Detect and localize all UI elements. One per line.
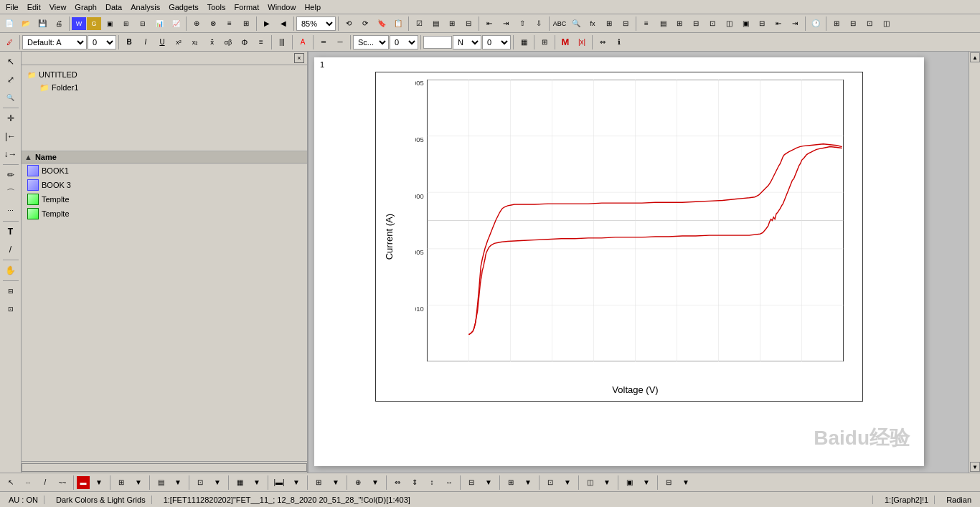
tool39[interactable]: ⇤ <box>771 16 786 32</box>
tool43[interactable]: ⊟ <box>845 16 861 32</box>
bt-tool34[interactable]: ▼ <box>639 475 654 491</box>
menu-analysis[interactable]: Analysis <box>126 1 164 13</box>
tool15[interactable]: ⟳ <box>357 16 373 32</box>
adjust-btn[interactable]: ⇔ <box>595 34 611 50</box>
tool22[interactable]: ⇤ <box>481 16 497 32</box>
zoom-in-tool[interactable]: 🔍 <box>2 89 19 106</box>
bold-btn[interactable]: B <box>121 34 137 50</box>
menu-window[interactable]: Window <box>263 1 300 13</box>
dots-tool[interactable]: ⋯ <box>2 202 19 219</box>
vline-tool[interactable]: |← <box>2 128 19 145</box>
tool29[interactable]: ⊞ <box>601 16 617 32</box>
info-btn[interactable]: ℹ <box>611 34 627 50</box>
tool37[interactable]: ▣ <box>738 16 753 32</box>
bt-tool18[interactable]: ▼ <box>328 475 344 491</box>
subscript-btn[interactable]: x₂ <box>187 34 203 50</box>
new-worksheet-btn[interactable]: W <box>72 17 86 30</box>
bt-tool33[interactable]: ▣ <box>621 475 637 491</box>
file-template2[interactable]: Templte <box>22 207 307 221</box>
bt-tool4[interactable]: ~~ <box>55 475 70 491</box>
special-btn[interactable]: Φ <box>237 34 253 50</box>
arrow-tool[interactable]: ↖ <box>2 53 19 70</box>
tool16[interactable]: 🔖 <box>374 16 390 32</box>
num2-select[interactable]: 0 <box>482 35 511 49</box>
bt-tool3[interactable]: / <box>37 475 53 491</box>
menu-graph[interactable]: Graph <box>70 1 101 13</box>
select-tool[interactable]: ⤢ <box>2 71 19 88</box>
curve-tool[interactable]: ⌒ <box>2 184 19 202</box>
tool17[interactable]: 📋 <box>390 16 406 32</box>
bt-tool30[interactable]: ▼ <box>560 475 575 491</box>
tree-folder1[interactable]: 📁 Folder1 <box>24 81 304 94</box>
bt-tool28[interactable]: ▼ <box>520 475 536 491</box>
tree-untitled[interactable]: 📁 UNTITLED <box>24 68 304 81</box>
tool3[interactable]: ▣ <box>102 16 118 32</box>
line-draw-tool[interactable]: / <box>2 241 19 258</box>
panel-close-btn[interactable]: × <box>294 53 304 63</box>
print-btn[interactable]: 🖨 <box>51 16 67 32</box>
scroll-down-btn[interactable]: ▼ <box>970 462 980 472</box>
menu-help[interactable]: Help <box>300 1 325 13</box>
bt-tool17[interactable]: ⊞ <box>311 475 326 491</box>
stroke-select[interactable]: Sc... <box>353 35 389 49</box>
tool6[interactable]: 📊 <box>151 16 167 32</box>
marker-btn[interactable]: M <box>557 34 573 50</box>
bt-tool11[interactable]: ⊡ <box>192 475 208 491</box>
hline-tool[interactable]: ↓→ <box>2 146 19 163</box>
bt-tool26[interactable]: ▼ <box>481 475 496 491</box>
tool38[interactable]: ⊟ <box>754 16 770 32</box>
tool13[interactable]: ◀ <box>275 16 291 32</box>
bt-tool25[interactable]: ⊟ <box>463 475 479 491</box>
tool30[interactable]: ⊟ <box>618 16 633 32</box>
tool14[interactable]: ⟲ <box>341 16 357 32</box>
menu-file[interactable]: File <box>1 1 23 13</box>
new-project-btn[interactable]: 📄 <box>1 16 17 32</box>
bt-tool1[interactable]: ↖ <box>3 475 19 491</box>
move-tool[interactable]: ✋ <box>2 262 19 279</box>
color-btn[interactable]: A <box>295 34 311 50</box>
bt-tool6[interactable]: ▼ <box>91 475 107 491</box>
tool42[interactable]: ⊞ <box>829 16 844 32</box>
tool12[interactable]: ▶ <box>259 16 275 32</box>
bt-tool9[interactable]: ▤ <box>153 475 169 491</box>
text-tool[interactable]: T <box>2 223 19 240</box>
tool24[interactable]: ⇧ <box>514 16 530 32</box>
tool25[interactable]: ⇩ <box>531 16 547 32</box>
menu-gadgets[interactable]: Gadgets <box>164 1 203 13</box>
menu-edit[interactable]: Edit <box>23 1 45 13</box>
color-preview[interactable] <box>423 36 452 49</box>
scroll-up-btn[interactable]: ▲ <box>970 52 980 62</box>
file-book1[interactable]: BOOK1 <box>22 164 307 178</box>
menu-view[interactable]: View <box>45 1 71 13</box>
tool10[interactable]: ≡ <box>222 16 237 32</box>
menu-tools[interactable]: Tools <box>203 1 230 13</box>
num-select[interactable]: 0 <box>390 35 418 49</box>
bt-tool31[interactable]: ◫ <box>582 475 598 491</box>
bt-tool12[interactable]: ▼ <box>209 475 225 491</box>
font-name-select[interactable]: Default: A <box>22 35 87 49</box>
font-size-select[interactable]: 0 <box>88 35 116 49</box>
bt-tool32[interactable]: ▼ <box>599 475 615 491</box>
crosshair-tool[interactable]: ✛ <box>2 110 19 127</box>
bt-tool27[interactable]: ⊞ <box>503 475 519 491</box>
zoom-select[interactable]: 85% 100% 75% <box>296 16 336 31</box>
bt-tool13[interactable]: ▦ <box>232 475 248 491</box>
tool33[interactable]: ⊞ <box>672 16 687 32</box>
zoom-out-tool[interactable]: ⊟ <box>2 283 19 300</box>
bt-tool8[interactable]: ▼ <box>131 475 146 491</box>
tool4[interactable]: ⊞ <box>118 16 134 32</box>
bt-tool2[interactable]: ··· <box>20 475 36 491</box>
marker2-btn[interactable]: |x| <box>574 34 590 50</box>
line-style2-btn[interactable]: ─ <box>332 34 348 50</box>
draw-tool[interactable]: ✏ <box>2 166 19 184</box>
tool35[interactable]: ⊡ <box>705 16 720 32</box>
bt-tool14[interactable]: ▼ <box>249 475 265 491</box>
bt-tool35[interactable]: ⊟ <box>661 475 677 491</box>
bt-tool36[interactable]: ▼ <box>678 475 694 491</box>
tool8[interactable]: ⊕ <box>189 16 204 32</box>
superscript-btn[interactable]: x² <box>171 34 187 50</box>
bt-tool16[interactable]: ▼ <box>288 475 304 491</box>
tool28[interactable]: fx <box>585 16 600 32</box>
graph-area[interactable]: 1 Current (A) <box>308 52 969 473</box>
bt-tool22[interactable]: ⇕ <box>407 475 423 491</box>
